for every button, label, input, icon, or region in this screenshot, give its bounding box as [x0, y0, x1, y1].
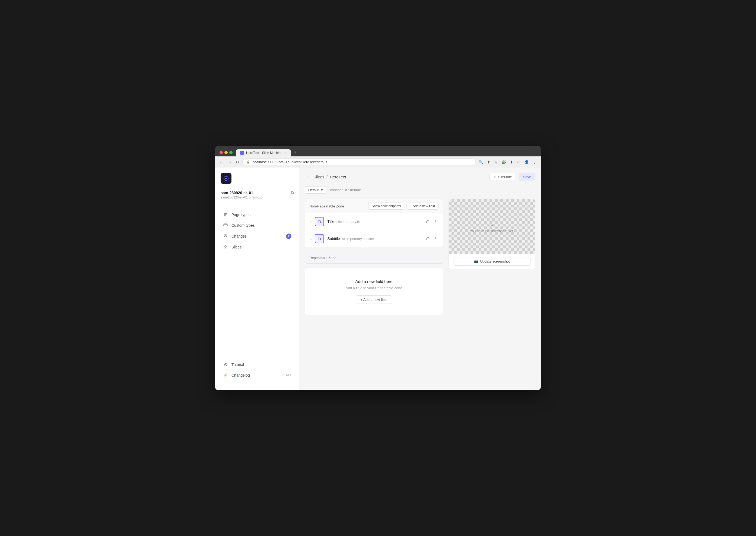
field-path-subtitle: slice.primary.subtitle	[342, 237, 374, 241]
bookmark-icon[interactable]: ☆	[493, 159, 499, 165]
sidebar-icon[interactable]: ▭	[516, 159, 521, 165]
sidebar: sam-230926-sk-01 ⧉ sam-230926-sk-01.pris…	[215, 168, 299, 390]
avatar-icon[interactable]: 👤	[523, 159, 530, 165]
sidebar-nav: ⊞ Page types Custom types	[215, 205, 299, 354]
field-actions-subtitle: ⋮	[425, 235, 438, 242]
sidebar-item-tutorial[interactable]: ⊙ Tutorial	[217, 359, 297, 370]
page-header: ← Slices / HeroText ⊙ Simulate Save	[305, 173, 535, 181]
changes-badge: 2	[286, 234, 292, 239]
address-text: localhost:9999/.--src--lib--slices/HeroT…	[252, 160, 471, 164]
changelog-icon: ⚡	[223, 373, 228, 378]
browser-titlebar: ✦ HeroText - Slice Machine ✕ +	[215, 146, 541, 156]
edit-field-subtitle-button[interactable]	[425, 235, 430, 242]
sidebar-logo	[215, 173, 299, 190]
forward-button[interactable]: →	[227, 159, 233, 165]
non-repeatable-zone: Non-Repeatable Zone Show code snippets +…	[305, 199, 443, 247]
browser-tab-herotext[interactable]: ✦ HeroText - Slice Machine ✕	[236, 149, 291, 156]
external-link-icon[interactable]: ⧉	[291, 190, 294, 195]
tab-title: HeroText - Slice Machine	[246, 151, 282, 155]
svg-rect-5	[224, 247, 225, 248]
sidebar-workspace: sam-230926-sk-01 ⧉ sam-230926-sk-01.pris…	[215, 190, 299, 205]
custom-types-icon	[223, 223, 228, 228]
field-type-icon-title: Tt	[315, 217, 324, 226]
drag-handle-title[interactable]: ≡	[309, 219, 311, 224]
new-tab-button[interactable]: +	[292, 149, 299, 156]
field-type-icon-subtitle: Tt	[315, 234, 324, 243]
maximize-button[interactable]	[229, 151, 233, 154]
more-field-subtitle-button[interactable]: ⋮	[432, 235, 438, 242]
sidebar-item-page-types[interactable]: ⊞ Page types	[217, 209, 297, 220]
download-icon[interactable]: ⬇	[509, 159, 514, 165]
add-field-non-repeatable-button[interactable]: + Add a new field	[406, 203, 438, 210]
back-button[interactable]: ←	[305, 174, 311, 181]
variation-select[interactable]: Default ▾	[305, 186, 327, 194]
screenshot-actions: 📷 Update screenshot	[449, 253, 535, 269]
variation-label: Default	[308, 188, 319, 192]
svg-rect-6	[226, 247, 227, 248]
svg-rect-2	[224, 225, 227, 226]
variation-id: Variation id : default	[330, 188, 361, 192]
more-field-title-button[interactable]: ⋮	[432, 218, 438, 225]
field-name-title: Title	[327, 219, 334, 224]
edit-field-title-button[interactable]	[425, 218, 430, 225]
main-content: ← Slices / HeroText ⊙ Simulate Save Defa…	[299, 168, 541, 390]
share-icon[interactable]: ⬆	[486, 159, 491, 165]
zone-actions-non-repeatable: Show code snippets + Add a new field	[368, 203, 438, 210]
slices-icon	[223, 244, 228, 250]
tab-favicon: ✦	[240, 151, 244, 155]
variation-bar: Default ▾ Variation id : default	[305, 186, 535, 194]
tab-bar: ✦ HeroText - Slice Machine ✕ +	[236, 149, 536, 156]
drag-handle-subtitle[interactable]: ≡	[309, 237, 311, 241]
workspace-url: sam-230926-sk-01.prismic.io	[221, 195, 294, 199]
info-icon: ⓘ	[489, 220, 494, 227]
sidebar-item-label-changes: Changes	[232, 234, 247, 238]
sidebar-item-label-slices: Slices	[232, 245, 241, 249]
update-screenshot-button[interactable]: 📷 Update screenshot	[453, 257, 531, 266]
sidebar-item-label-tutorial: Tutorial	[232, 362, 244, 367]
address-bar[interactable]: 🔒 localhost:9999/.--src--lib--slices/Her…	[242, 158, 475, 165]
lock-icon: 🔒	[246, 160, 250, 164]
field-row-subtitle: ≡ Tt Subtitle slice.primary.subtitle	[305, 230, 443, 247]
tab-close-button[interactable]: ✕	[284, 151, 287, 154]
simulate-button[interactable]: ⊙ Simulate	[489, 173, 516, 181]
sidebar-item-label-custom-types: Custom types	[232, 223, 255, 227]
zones-column: Non-Repeatable Zone Show code snippets +…	[305, 199, 443, 315]
field-path-title: slice.primary.title	[336, 220, 362, 224]
tutorial-icon: ⊙	[223, 362, 228, 367]
app-container: sam-230926-sk-01 ⧉ sam-230926-sk-01.pris…	[215, 168, 541, 390]
sidebar-item-custom-types[interactable]: Custom types	[217, 220, 297, 231]
menu-icon[interactable]: ⋮	[532, 159, 538, 165]
breadcrumb-slices: Slices	[313, 175, 324, 179]
camera-icon: 📷	[474, 259, 478, 263]
close-button[interactable]	[220, 151, 223, 154]
back-button[interactable]: ←	[218, 159, 224, 165]
sidebar-item-slices[interactable]: Slices	[217, 242, 297, 252]
add-field-repeatable-button[interactable]: + Add a new field	[356, 295, 392, 304]
sidebar-item-changes[interactable]: Changes 2	[217, 231, 297, 242]
breadcrumb-separator: /	[327, 175, 328, 179]
sidebar-item-label-changelog: Changelog	[232, 373, 250, 378]
minimize-button[interactable]	[224, 151, 228, 154]
empty-zone: Add a new field here Add a field to your…	[305, 268, 443, 315]
save-button[interactable]: Save	[519, 173, 535, 181]
field-actions-title: ⋮	[425, 218, 438, 225]
refresh-button[interactable]: ↻	[235, 159, 240, 165]
svg-rect-3	[224, 245, 225, 246]
content-grid: Non-Repeatable Zone Show code snippets +…	[305, 199, 535, 315]
show-snippets-button[interactable]: Show code snippets	[368, 203, 404, 210]
repeatable-zone-title: Repeatable Zone	[309, 256, 336, 260]
zone-title-non-repeatable: Non-Repeatable Zone	[309, 204, 344, 208]
search-icon[interactable]: 🔍	[478, 159, 484, 165]
field-info-subtitle: Subtitle slice.primary.subtitle	[327, 237, 421, 241]
sidebar-item-changelog[interactable]: ⚡ Changelog v1.14.1	[217, 370, 297, 381]
screenshot-preview: ⓘ You have no screenshot yet.	[449, 199, 535, 253]
repeatable-zone-header: Repeatable Zone	[305, 252, 443, 264]
breadcrumb: ← Slices / HeroText	[305, 174, 346, 181]
browser-toolbar: ← → ↻ 🔒 localhost:9999/.--src--lib--slic…	[215, 156, 541, 168]
empty-zone-desc: Add a field to your Repeatable Zone	[310, 286, 437, 290]
traffic-lights	[220, 151, 233, 154]
extensions-icon[interactable]: 🧩	[500, 159, 507, 165]
screenshot-column: ⓘ You have no screenshot yet. 📷 Update s…	[449, 199, 535, 315]
changelog-version: v1.14.1	[282, 374, 292, 377]
svg-rect-1	[224, 224, 227, 224]
